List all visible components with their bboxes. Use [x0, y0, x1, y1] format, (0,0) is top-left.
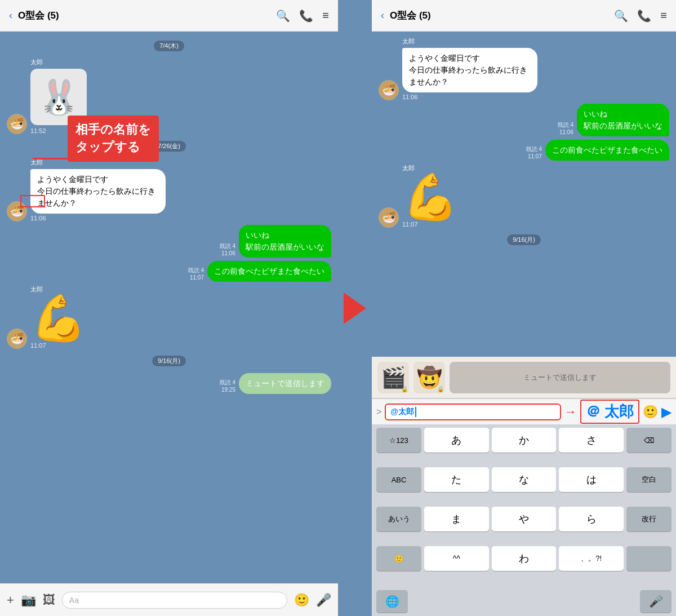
msg-time: 11:06: [221, 250, 235, 256]
sticker-lock1: 🔒: [401, 386, 408, 392]
message-row-taro: 🍜 太郎 ようやく金曜日です今日の仕事終わったら飲みに行きませんか？ 11:06: [7, 158, 331, 221]
back-button[interactable]: ‹: [9, 10, 12, 21]
message-bubble: ようやく金曜日です今日の仕事終わったら飲みに行きませんか？: [30, 169, 166, 214]
mic-button[interactable]: 🎤: [316, 593, 331, 608]
right-msg-meta1: 既読 4 11:06: [558, 121, 573, 135]
kb-key-ma[interactable]: ま: [424, 507, 489, 531]
chat-title: O型会 (5): [18, 9, 270, 22]
sticker-muted-button[interactable]: ミュートで送信します: [450, 362, 670, 393]
right-date-badge-mon: 9/16(月): [507, 234, 541, 245]
right-phone-panel: ‹ O型会 (5) 🔍 📞 ≡ 🍜 太郎 ようやく金曜日です今日の仕事終わったら…: [372, 0, 676, 616]
call-icon[interactable]: 📞: [299, 9, 313, 23]
date-badge-thu: 7/4(木): [154, 41, 184, 51]
kb-key-na[interactable]: な: [492, 467, 557, 492]
emoji-button-right[interactable]: 🙂: [643, 405, 658, 419]
kb-key-space[interactable]: 空白: [626, 467, 671, 492]
right-msg-group-taro: 太郎 ようやく金曜日です今日の仕事終わったら飲みに行きませんか？ 11:06: [402, 37, 537, 100]
kb-key-a[interactable]: あ: [424, 428, 489, 453]
message-row-muted: 既読 4 19:25 ミュートで送信します: [7, 373, 331, 394]
kb-key-ra[interactable]: ら: [559, 507, 624, 531]
msg-meta2: 既読 4 11:07: [188, 267, 204, 281]
avatar-taro2[interactable]: 🍜: [7, 329, 27, 349]
menu-icon[interactable]: ≡: [322, 9, 329, 22]
photo-button[interactable]: 🖼: [43, 593, 55, 608]
kb-mic-key[interactable]: 🎤: [640, 590, 671, 613]
message-bubble-right2: この前食べたピザまた食べたい: [207, 261, 331, 282]
message-row-muscle: 🍜 太郎 💪 11:07: [7, 285, 331, 349]
message-group-muscle: 太郎 💪 11:07: [30, 285, 87, 349]
search-icon[interactable]: 🔍: [276, 9, 290, 23]
right-back-button[interactable]: ‹: [381, 10, 384, 21]
msg-meta-muted: 既読 4 19:25: [220, 379, 235, 393]
plus-button[interactable]: +: [7, 593, 14, 608]
date-badge-mon: 9/16(月): [152, 356, 186, 366]
right-avatar-taro[interactable]: 🍜: [379, 80, 399, 100]
message-group-taro: 太郎 ようやく金曜日です今日の仕事終わったら飲みに行きませんか？ 11:06: [30, 158, 166, 221]
kb-key-ha[interactable]: は: [559, 467, 624, 492]
right-msg-row-green2: 既読 4 11:07 この前食べたピザまた食べたい: [379, 140, 669, 161]
kb-key-wa[interactable]: わ: [492, 546, 557, 571]
chat-input[interactable]: Aa: [62, 592, 287, 609]
emoji-button[interactable]: 🙂: [294, 593, 309, 608]
right-time2: 11:07: [528, 153, 542, 159]
right-avatar-taro2[interactable]: 🍜: [379, 207, 399, 228]
muted-label: ミュートで送信します: [523, 373, 597, 383]
kb-key-return[interactable]: 改行: [626, 507, 671, 531]
right-menu-icon[interactable]: ≡: [660, 9, 667, 22]
kb-key-punct[interactable]: 、。?!: [559, 546, 624, 571]
chevron-icon[interactable]: >: [376, 407, 381, 417]
kb-row-3: あいう ま や ら 改行: [374, 507, 674, 543]
kb-row-1: ☆123 あ か さ ⌫: [374, 428, 674, 464]
kb-key-abc[interactable]: ABC: [376, 467, 421, 492]
kb-row-4: 🙂 ^^ わ 、。?!: [374, 546, 674, 582]
kb-row-2: ABC た な は 空白: [374, 467, 674, 503]
sticker-shelf: 🎬 🔒 🤠 🔒 ミュートで送信します: [372, 357, 676, 398]
right-msg-group-muscle: 太郎 💪 11:07: [402, 164, 459, 228]
right-header-icons: 🔍 📞 ≡: [614, 9, 667, 23]
message-bubble-muted: ミュートで送信します: [239, 373, 331, 394]
kb-key-emoji[interactable]: 🙂: [376, 546, 421, 571]
kb-key-ka[interactable]: か: [492, 428, 557, 453]
sticker-lock2: 🔒: [437, 386, 444, 392]
left-chat-header: ‹ O型会 (5) 🔍 📞 ≡: [0, 0, 338, 32]
mention-text: @太郎: [390, 407, 414, 417]
right-msg-time-muscle: 11:07: [402, 221, 459, 228]
sticker-thumb1[interactable]: 🎬 🔒: [377, 362, 409, 393]
kb-key-hatena[interactable]: ^^: [424, 546, 489, 571]
right-bubble-taro: ようやく金曜日です今日の仕事終わったら飲みに行きませんか？: [402, 48, 537, 92]
camera-button[interactable]: 📷: [21, 593, 36, 608]
read-status-muted: 既読 4: [220, 379, 235, 387]
sender-name-muscle: 太郎: [30, 285, 87, 294]
right-search-icon[interactable]: 🔍: [614, 9, 628, 23]
kb-key-empty: [626, 546, 671, 571]
cursor: [415, 407, 416, 417]
kb-key-delete[interactable]: ⌫: [626, 428, 671, 453]
send-button[interactable]: ▶: [661, 404, 671, 420]
sticker-thumb2[interactable]: 🤠 🔒: [413, 362, 445, 393]
right-sender-name2: 太郎: [402, 164, 459, 172]
kb-globe-key[interactable]: 🌐: [376, 590, 408, 613]
msg-time2: 11:07: [190, 274, 204, 281]
right-sticker-muscle: 💪: [402, 175, 459, 220]
msg-time-muted: 19:25: [221, 387, 235, 393]
kb-key-aiu[interactable]: あいう: [376, 507, 421, 531]
arrow-right-icon: →: [564, 405, 577, 419]
kb-key-sa[interactable]: さ: [559, 428, 624, 453]
kb-bottom-bar: 🌐 🎤: [372, 588, 676, 616]
keyboard: ☆123 あ か さ ⌫ ABC た な は 空白 あいう ま や ら 改行 🙂…: [372, 424, 676, 588]
kb-key-ya[interactable]: や: [492, 507, 557, 531]
kb-key-star123[interactable]: ☆123: [376, 428, 421, 453]
right-call-icon[interactable]: 📞: [637, 9, 651, 23]
left-phone-panel: ‹ O型会 (5) 🔍 📞 ≡ 7/4(木) 🍜 太郎 🐰 11:52 7/26…: [0, 0, 338, 616]
message-bubble-right: いいね駅前の居酒屋がいいな: [239, 225, 331, 258]
right-read2: 既読 4: [526, 145, 542, 153]
avatar[interactable]: 🍜: [7, 114, 27, 134]
annotation-box: 相手の名前をタップする: [68, 116, 159, 162]
right-msg-time1: 11:06: [402, 94, 537, 100]
annotation-line: [33, 158, 106, 159]
mention-input[interactable]: @太郎: [385, 404, 561, 420]
kb-key-ta[interactable]: た: [424, 467, 489, 492]
message-row-right1: 既読 4 11:06 いいね駅前の居酒屋がいいな: [7, 225, 331, 258]
left-chat-bottom: + 📷 🖼 Aa 🙂 🎤: [0, 583, 338, 616]
sender-name: 太郎: [30, 58, 87, 67]
